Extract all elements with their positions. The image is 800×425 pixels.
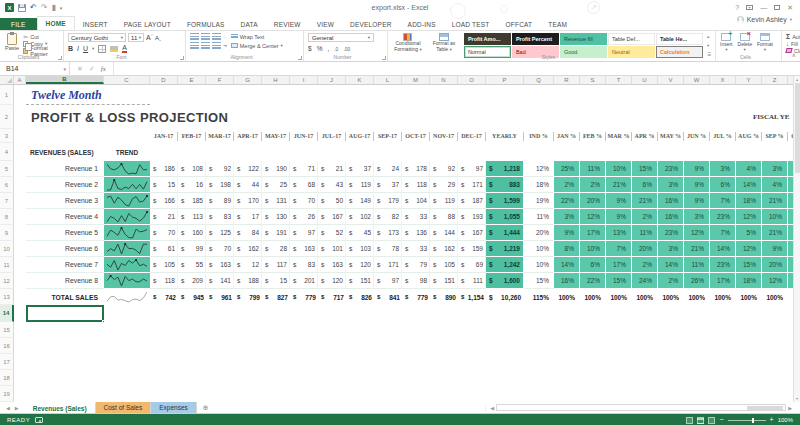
- month-value-cell[interactable]: $163: [318, 257, 346, 273]
- column-header-A[interactable]: A: [14, 76, 26, 84]
- ind-pct-cell[interactable]: 19%: [524, 193, 554, 209]
- align-middle-icon[interactable]: [201, 33, 210, 40]
- month-value-cell[interactable]: $104: [402, 193, 430, 209]
- sparkline-cell[interactable]: [104, 241, 150, 257]
- cell-style-tile[interactable]: Table Def...: [608, 33, 655, 45]
- month-pct-cell[interactable]: 8%: [554, 241, 580, 257]
- orientation-icon[interactable]: ◌: [223, 34, 226, 39]
- ind-pct-cell[interactable]: 20%: [524, 225, 554, 241]
- month-pct-cell[interactable]: 10%: [580, 241, 606, 257]
- wrap-text-button[interactable]: Wrap Text: [231, 33, 283, 40]
- cut-button[interactable]: ✂ Cut: [23, 33, 59, 40]
- font-color-icon[interactable]: A: [122, 44, 127, 53]
- month-value-cell[interactable]: $119: [430, 193, 458, 209]
- cell-empty[interactable]: [14, 289, 26, 305]
- total-month-pct-cell[interactable]: 100%: [710, 289, 736, 305]
- month-value-cell[interactable]: $136: [402, 225, 430, 241]
- month-pct-cell[interactable]: 7%: [606, 241, 632, 257]
- pct-header-cell[interactable]: APR %: [632, 132, 658, 141]
- sheet-main-title[interactable]: PROFIT & LOSS PROJECTION: [26, 105, 446, 129]
- month-value-cell[interactable]: $50: [318, 193, 346, 209]
- ribbon-options-icon[interactable]: ▾: [746, 5, 753, 10]
- month-value-cell[interactable]: $69: [458, 257, 486, 273]
- total-month-pct-cell[interactable]: 100%: [684, 289, 710, 305]
- pct-header-cell[interactable]: FEB %: [580, 132, 606, 141]
- month-value-cell[interactable]: $125: [206, 225, 234, 241]
- month-header-cell[interactable]: MAY-17: [262, 132, 290, 141]
- month-pct-cell[interactable]: 4%: [736, 161, 762, 177]
- row-number-15[interactable]: 15: [0, 322, 14, 338]
- indent-icon[interactable]: ⇥: [223, 43, 227, 48]
- yearly-value-cell[interactable]: $1,599: [486, 193, 524, 209]
- column-header-L[interactable]: L: [374, 76, 402, 84]
- month-value-cell[interactable]: $191: [262, 225, 290, 241]
- column-header-S[interactable]: S: [580, 76, 606, 84]
- sparkline-cell[interactable]: [104, 225, 150, 241]
- column-header-J[interactable]: J: [318, 76, 346, 84]
- save-icon[interactable]: [18, 4, 26, 12]
- month-value-cell[interactable]: $173: [374, 225, 402, 241]
- month-value-cell[interactable]: $99: [178, 241, 206, 257]
- row-number-3[interactable]: 3: [0, 129, 14, 143]
- qat-customize-icon[interactable]: ▾: [60, 5, 63, 11]
- minimize-icon[interactable]: —: [760, 4, 767, 11]
- column-header-T[interactable]: T: [606, 76, 632, 84]
- month-value-cell[interactable]: $187: [458, 193, 486, 209]
- month-value-cell[interactable]: $105: [430, 257, 458, 273]
- month-value-cell[interactable]: $209: [178, 273, 206, 289]
- cell-empty[interactable]: [14, 241, 26, 257]
- month-value-cell[interactable]: $82: [374, 209, 402, 225]
- macro-record-icon[interactable]: [35, 417, 43, 423]
- cell-empty[interactable]: [14, 305, 26, 322]
- accounting-format-icon[interactable]: $: [308, 45, 312, 52]
- month-pct-cell[interactable]: 12%: [580, 209, 606, 225]
- undo-icon[interactable]: ↶: [30, 3, 37, 12]
- month-value-cell[interactable]: $120: [318, 273, 346, 289]
- month-value-cell[interactable]: $98: [402, 273, 430, 289]
- restore-icon[interactable]: [774, 5, 780, 10]
- month-value-cell[interactable]: $117: [262, 257, 290, 273]
- month-value-cell[interactable]: $188: [234, 273, 262, 289]
- formula-input[interactable]: [114, 62, 800, 75]
- sparkline-cell[interactable]: [104, 193, 150, 209]
- pct-header-cell[interactable]: MAY %: [658, 132, 684, 141]
- month-pct-cell[interactable]: 15%: [736, 257, 762, 273]
- month-header-cell[interactable]: JUN-17: [290, 132, 318, 141]
- row-number-19[interactable]: 19: [0, 386, 14, 402]
- month-pct-cell[interactable]: 20%: [762, 257, 788, 273]
- cell-empty[interactable]: [14, 161, 26, 177]
- month-value-cell[interactable]: $185: [178, 193, 206, 209]
- revenue-label-cell[interactable]: Revenue 7: [26, 257, 104, 273]
- total-month-value-cell[interactable]: $890: [430, 289, 458, 305]
- month-pct-cell[interactable]: 23%: [658, 225, 684, 241]
- month-value-cell[interactable]: $43: [318, 177, 346, 193]
- month-pct-cell[interactable]: 3%: [658, 177, 684, 193]
- row-number-18[interactable]: 18: [0, 370, 14, 386]
- month-pct-cell[interactable]: 9%: [762, 241, 788, 257]
- help-icon[interactable]: ?: [735, 4, 739, 11]
- cancel-entry-icon[interactable]: ✕: [77, 65, 83, 73]
- ribbon-tab-home[interactable]: HOME: [37, 16, 75, 31]
- page-layout-view-icon[interactable]: [697, 417, 704, 424]
- delete-cells-button[interactable]: Delete▾: [738, 33, 752, 52]
- sparkline-cell[interactable]: [104, 209, 150, 225]
- month-pct-cell[interactable]: 21%: [684, 241, 710, 257]
- format-cells-button[interactable]: Format▾: [757, 33, 773, 52]
- month-pct-cell[interactable]: 7%: [710, 225, 736, 241]
- row-number-7[interactable]: 7: [0, 193, 14, 209]
- number-dialog-launcher-icon[interactable]: [382, 56, 386, 60]
- ind-pct-cell[interactable]: 12%: [524, 161, 554, 177]
- month-pct-cell[interactable]: 17%: [606, 257, 632, 273]
- month-value-cell[interactable]: $171: [374, 257, 402, 273]
- paste-button[interactable]: Paste: [4, 33, 20, 54]
- total-month-pct-cell[interactable]: 100%: [632, 289, 658, 305]
- sparkline-cell[interactable]: [104, 177, 150, 193]
- horizontal-scrollbar[interactable]: ⋮ ◀ ▶: [482, 402, 800, 413]
- row-number-12[interactable]: 12: [0, 273, 14, 289]
- month-pct-cell[interactable]: 2%: [632, 209, 658, 225]
- number-format-select[interactable]: General▾: [308, 33, 374, 42]
- total-month-pct-cell[interactable]: 100%: [606, 289, 632, 305]
- month-pct-cell[interactable]: 23%: [710, 209, 736, 225]
- month-value-cell[interactable]: $84: [234, 225, 262, 241]
- month-value-cell[interactable]: $68: [290, 177, 318, 193]
